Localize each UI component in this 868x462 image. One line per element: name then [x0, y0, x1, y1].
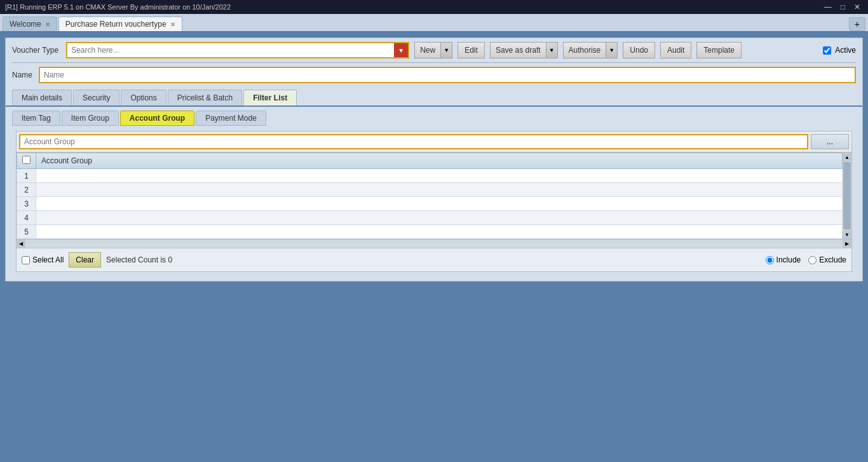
sub-tab-account-group[interactable]: Account Group — [120, 111, 194, 126]
scroll-left-arrow[interactable]: ◀ — [17, 240, 25, 248]
row-col1-4 — [36, 211, 843, 225]
header-account-group: Account Group — [36, 153, 843, 169]
table-row: 4 — [17, 211, 843, 225]
header-checkbox[interactable] — [22, 156, 31, 164]
undo-button[interactable]: Undo — [623, 42, 655, 58]
new-dropdown-arrow[interactable]: ▼ — [440, 43, 452, 58]
header-check-col — [17, 153, 36, 169]
table-row: 2 — [17, 183, 843, 197]
audit-button[interactable]: Audit — [660, 42, 691, 58]
row-num-4: 4 — [17, 211, 36, 225]
sub-tab-payment-mode[interactable]: Payment Mode — [196, 111, 266, 126]
nav-tab-options[interactable]: Options — [121, 90, 166, 105]
tab-welcome[interactable]: Welcome ✕ — [3, 17, 57, 31]
include-radio[interactable] — [766, 256, 774, 264]
title-bar: [R1] Running ERP 5.1 on CMAX Server By a… — [0, 0, 868, 14]
table-search-row: ... — [17, 132, 851, 153]
exclude-radio-label: Exclude — [808, 255, 846, 264]
scroll-down-arrow[interactable]: ▼ — [843, 230, 851, 239]
filter-panel: Item Tag Item Group Account Group Paymen… — [6, 107, 862, 281]
close-icon[interactable]: ✕ — [851, 3, 863, 11]
authorise-dropdown-arrow[interactable]: ▼ — [606, 43, 617, 58]
vertical-scrollbar[interactable]: ▲ ▼ — [843, 153, 851, 239]
name-label: Name — [12, 71, 32, 79]
account-group-table-box: ... Account Group — [16, 131, 852, 272]
nav-tabs: Main details Security Options Pricelist … — [6, 87, 862, 107]
voucher-type-label: Voucher Type — [12, 46, 58, 55]
authorise-button[interactable]: Authorise — [564, 43, 606, 58]
nav-tab-filter-list[interactable]: Filter List — [243, 90, 297, 105]
row-num-3: 3 — [17, 197, 36, 211]
main-panel: Voucher Type ▼ New ▼ Edit Save as draft … — [5, 37, 863, 282]
tab-welcome-close[interactable]: ✕ — [45, 21, 50, 28]
nav-tab-main-details[interactable]: Main details — [12, 90, 72, 105]
row-col1-1 — [36, 169, 843, 183]
template-button[interactable]: Template — [696, 42, 742, 58]
bottom-bar: Select All Clear Selected Count is 0 Inc… — [17, 248, 851, 271]
row-col1-3 — [36, 197, 843, 211]
horizontal-scrollbar-row: ◀ ▶ — [17, 239, 851, 248]
name-row: Name — [6, 63, 862, 87]
save-as-draft-dropdown-arrow[interactable]: ▼ — [546, 43, 557, 58]
save-as-draft-button[interactable]: Save as draft — [491, 43, 546, 58]
row-num-1: 1 — [17, 169, 36, 183]
grid-container[interactable]: Account Group 1 2 — [17, 153, 843, 239]
sub-tab-item-group[interactable]: Item Group — [62, 111, 119, 126]
authorise-split-button: Authorise ▼ — [563, 42, 618, 58]
nav-tab-security[interactable]: Security — [73, 90, 119, 105]
exclude-label: Exclude — [819, 255, 846, 264]
include-radio-label: Include — [766, 255, 801, 264]
selected-count-text: Selected Count is 0 — [106, 255, 761, 264]
row-col1-2 — [36, 183, 843, 197]
maximize-icon[interactable]: □ — [838, 3, 848, 11]
exclude-radio[interactable] — [808, 256, 817, 264]
include-label: Include — [776, 255, 801, 264]
tab-purchase-return-label: Purchase Return vouchertype — [65, 20, 166, 29]
row-col1-5 — [36, 225, 843, 239]
select-all-label: Select All — [22, 255, 64, 264]
voucher-toolbar: Voucher Type ▼ New ▼ Edit Save as draft … — [6, 38, 862, 62]
tab-welcome-label: Welcome — [10, 20, 41, 29]
active-label: Active — [835, 46, 856, 55]
tab-purchase-return-close[interactable]: ✕ — [170, 21, 175, 28]
table-row: 1 — [17, 169, 843, 183]
minimize-icon[interactable]: — — [822, 3, 834, 11]
account-group-search-input[interactable] — [19, 134, 808, 149]
scroll-up-arrow[interactable]: ▲ — [843, 153, 851, 161]
voucher-type-dropdown-arrow[interactable]: ▼ — [394, 43, 408, 57]
horizontal-scroll-track[interactable] — [25, 240, 843, 248]
tab-bar: Welcome ✕ Purchase Return vouchertype ✕ … — [0, 14, 868, 32]
save-as-draft-split-button: Save as draft ▼ — [490, 42, 558, 58]
tab-add-button[interactable]: + — [849, 17, 865, 31]
account-group-grid: Account Group 1 2 — [17, 153, 843, 239]
select-all-text: Select All — [32, 255, 64, 264]
voucher-type-input[interactable] — [67, 43, 394, 57]
main-window: Welcome ✕ Purchase Return vouchertype ✕ … — [0, 14, 868, 462]
sub-tab-item-tag[interactable]: Item Tag — [12, 111, 60, 126]
account-group-browse-button[interactable]: ... — [811, 134, 849, 149]
include-exclude-group: Include Exclude — [766, 255, 846, 264]
scroll-thumb[interactable] — [843, 162, 851, 229]
new-split-button: New ▼ — [414, 42, 452, 58]
active-checkbox[interactable] — [823, 46, 831, 55]
row-num-5: 5 — [17, 225, 36, 239]
sub-tabs: Item Tag Item Group Account Group Paymen… — [12, 107, 856, 128]
nav-tab-pricelist-batch[interactable]: Pricelist & Batch — [168, 90, 242, 105]
edit-button[interactable]: Edit — [458, 42, 485, 58]
table-row: 5 — [17, 225, 843, 239]
scroll-right-arrow[interactable]: ▶ — [843, 240, 851, 248]
row-num-2: 2 — [17, 183, 36, 197]
title-bar-text: [R1] Running ERP 5.1 on CMAX Server By a… — [5, 3, 231, 11]
content-area: Voucher Type ▼ New ▼ Edit Save as draft … — [0, 32, 868, 462]
tab-purchase-return[interactable]: Purchase Return vouchertype ✕ — [58, 17, 182, 31]
voucher-type-search-combo: ▼ — [66, 42, 409, 58]
title-bar-controls: — □ ✕ — [822, 3, 863, 11]
name-input[interactable] — [39, 67, 856, 83]
grid-wrapper: Account Group 1 2 — [17, 153, 851, 239]
table-row: 3 — [17, 197, 843, 211]
select-all-checkbox[interactable] — [22, 256, 30, 264]
new-button[interactable]: New — [415, 43, 440, 58]
clear-button[interactable]: Clear — [69, 252, 101, 268]
